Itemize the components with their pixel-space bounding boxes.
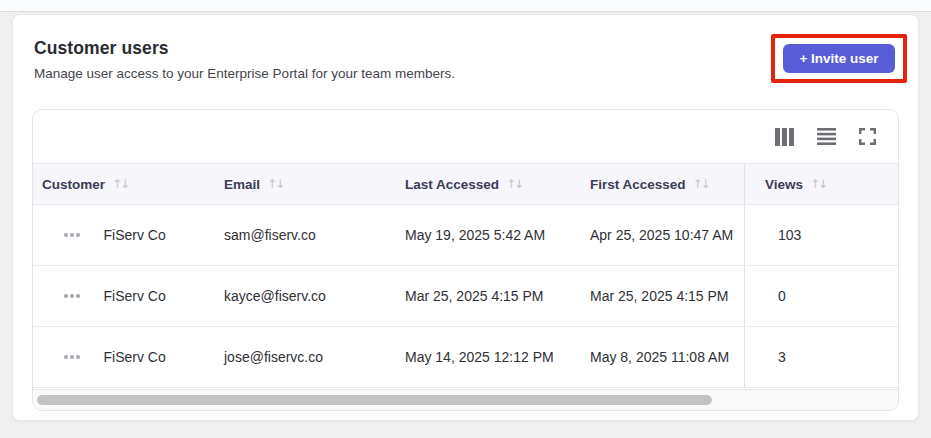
cell-customer: FiServ Co — [33, 266, 215, 326]
fullscreen-icon[interactable] — [859, 128, 876, 145]
density-icon[interactable] — [817, 128, 836, 145]
cell-customer: FiServ Co — [33, 205, 215, 265]
cell-first-accessed: Apr 25, 2025 10:47 AM — [581, 205, 745, 265]
viewport: Customer users Manage user access to you… — [0, 0, 931, 438]
row-menu-icon[interactable] — [62, 290, 82, 302]
column-label: Views — [765, 177, 803, 192]
table-row: FiServ Co kayce@fiserv.co Mar 25, 2025 4… — [33, 266, 898, 327]
top-edge-toolbar — [0, 0, 931, 12]
column-header-last-accessed[interactable]: Last Accessed ↑↓ — [396, 177, 581, 192]
row-menu-icon[interactable] — [62, 351, 82, 363]
cell-email: jose@fiservc.co — [215, 327, 396, 387]
table-row: FiServ Co jose@fiservc.co May 14, 2025 1… — [33, 327, 898, 388]
cell-first-accessed: Mar 25, 2025 4:15 PM — [581, 266, 745, 326]
cell-email: sam@fiserv.co — [215, 205, 396, 265]
column-label: Email — [224, 177, 260, 192]
page-title: Customer users — [34, 38, 897, 59]
sort-icon[interactable]: ↑↓ — [506, 177, 522, 191]
column-label: First Accessed — [590, 177, 686, 192]
column-label: Customer — [42, 177, 105, 192]
page-subtitle: Manage user access to your Enterprise Po… — [34, 66, 897, 81]
column-header-first-accessed[interactable]: First Accessed ↑↓ — [581, 164, 745, 204]
customer-name: FiServ Co — [104, 349, 166, 365]
scrollbar-thumb[interactable] — [37, 395, 712, 405]
cell-views: 3 — [745, 327, 898, 387]
cell-first-accessed: May 8, 2025 11:08 AM — [581, 327, 745, 387]
customer-users-card: Customer users Manage user access to you… — [12, 14, 919, 421]
cell-customer: FiServ Co — [33, 327, 215, 387]
column-header-views[interactable]: Views ↑↓ — [745, 177, 898, 192]
cell-last-accessed: May 19, 2025 5:42 AM — [396, 205, 581, 265]
column-label: Last Accessed — [405, 177, 499, 192]
table-row: FiServ Co sam@fiserv.co May 19, 2025 5:4… — [33, 205, 898, 266]
column-header-email[interactable]: Email ↑↓ — [215, 177, 396, 192]
cell-email: kayce@fiserv.co — [215, 266, 396, 326]
horizontal-scrollbar[interactable] — [33, 389, 898, 410]
row-menu-icon[interactable] — [62, 229, 82, 241]
sort-icon[interactable]: ↑↓ — [112, 177, 128, 191]
invite-user-button[interactable]: + Invite user — [783, 44, 894, 73]
sort-icon[interactable]: ↑↓ — [267, 177, 283, 191]
users-table: Customer ↑↓ Email ↑↓ Last Accessed ↑↓ Fi… — [32, 109, 899, 411]
columns-icon[interactable] — [775, 128, 794, 146]
annotation-highlight-box: + Invite user — [771, 34, 907, 83]
customer-name: FiServ Co — [104, 227, 166, 243]
cell-views: 0 — [745, 266, 898, 326]
column-header-customer[interactable]: Customer ↑↓ — [33, 177, 215, 192]
table-header-row: Customer ↑↓ Email ↑↓ Last Accessed ↑↓ Fi… — [33, 163, 898, 205]
sort-icon[interactable]: ↑↓ — [693, 177, 709, 191]
cell-last-accessed: May 14, 2025 12:12 PM — [396, 327, 581, 387]
cell-views: 103 — [745, 205, 898, 265]
cell-last-accessed: Mar 25, 2025 4:15 PM — [396, 266, 581, 326]
customer-name: FiServ Co — [104, 288, 166, 304]
sort-icon[interactable]: ↑↓ — [810, 177, 826, 191]
table-toolbar — [33, 110, 898, 163]
